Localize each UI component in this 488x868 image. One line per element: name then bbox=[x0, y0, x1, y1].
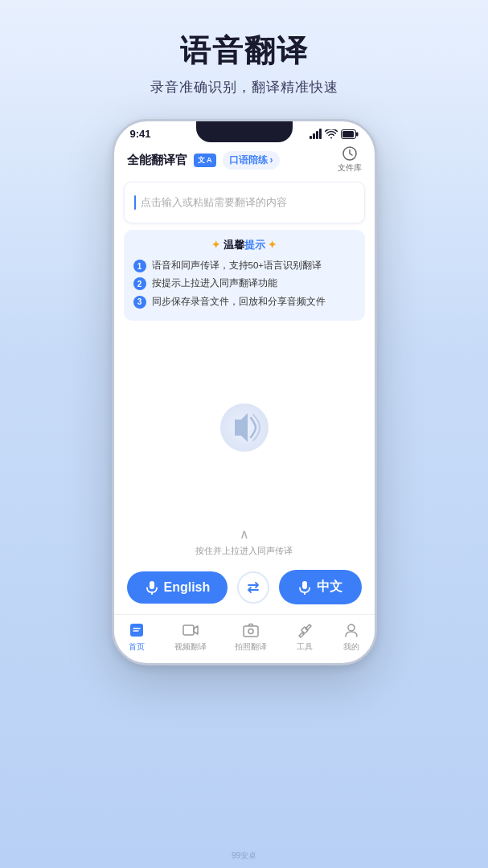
text-input-area[interactable]: 点击输入或粘贴需要翻译的内容 bbox=[124, 182, 365, 223]
camera-icon bbox=[242, 621, 260, 639]
star-right: ✦ bbox=[265, 239, 277, 251]
svg-rect-12 bbox=[244, 626, 258, 637]
tab-profile[interactable]: 我的 bbox=[342, 621, 360, 653]
oral-label: 口语陪练 bbox=[229, 154, 268, 167]
tab-photo[interactable]: 拍照翻译 bbox=[235, 621, 267, 653]
home-icon bbox=[128, 621, 146, 639]
nav-left: 全能翻译官 文 A 口语陪练 › bbox=[127, 151, 280, 170]
slide-hint: ∧ 按住并上拉进入同声传译 bbox=[114, 526, 375, 563]
svg-rect-10 bbox=[130, 624, 143, 637]
swap-icon bbox=[245, 579, 261, 596]
wifi-icon bbox=[325, 129, 338, 139]
lang1-button[interactable]: English bbox=[127, 571, 228, 604]
profile-icon bbox=[342, 621, 360, 639]
tab-video[interactable]: 视频翻译 bbox=[174, 621, 207, 653]
clock-icon bbox=[342, 146, 357, 161]
mic-center-area bbox=[114, 329, 375, 526]
badge-text: 文 A bbox=[198, 155, 212, 166]
video-icon bbox=[182, 621, 199, 639]
svg-rect-1 bbox=[342, 131, 354, 137]
svg-point-15 bbox=[348, 624, 355, 631]
swap-languages-button[interactable] bbox=[237, 571, 269, 604]
tips-text-3: 同步保存录音文件，回放和分享音频文件 bbox=[152, 295, 326, 309]
page-title: 语音翻译 bbox=[16, 31, 472, 72]
mic-icon-btn2 bbox=[297, 580, 312, 595]
bottom-tab-bar: 首页 视频翻译 bbox=[114, 614, 375, 661]
lang2-label: 中文 bbox=[317, 579, 342, 596]
svg-rect-8 bbox=[302, 581, 307, 589]
chevron-right-icon: › bbox=[270, 154, 273, 166]
svg-rect-11 bbox=[183, 625, 194, 635]
lang1-label: English bbox=[164, 580, 211, 595]
svg-point-13 bbox=[248, 629, 253, 634]
status-icons bbox=[310, 129, 359, 139]
slide-hint-text: 按住并上拉进入同声传译 bbox=[195, 545, 293, 557]
phone-mockup: 9:41 bbox=[112, 119, 377, 665]
battery-icon bbox=[341, 129, 359, 139]
svg-rect-6 bbox=[150, 581, 154, 589]
tab-tools-label: 工具 bbox=[297, 641, 313, 653]
translate-badge: 文 A bbox=[194, 154, 216, 167]
tips-title-highlight: 提示 bbox=[244, 239, 265, 251]
tab-video-label: 视频翻译 bbox=[174, 641, 207, 653]
tools-icon bbox=[296, 621, 314, 639]
page-subtitle: 录音准确识别，翻译精准快速 bbox=[16, 78, 472, 96]
status-time: 9:41 bbox=[130, 128, 151, 140]
tab-home[interactable]: 首页 bbox=[128, 621, 146, 653]
lang2-button[interactable]: 中文 bbox=[279, 570, 361, 604]
oral-practice-tab[interactable]: 口语陪练 › bbox=[223, 151, 280, 170]
tips-title: ✦ 温馨提示 ✦ bbox=[133, 238, 355, 252]
app-name: 全能翻译官 bbox=[127, 153, 187, 168]
input-placeholder: 点击输入或粘贴需要翻译的内容 bbox=[141, 195, 287, 210]
tab-profile-label: 我的 bbox=[343, 641, 359, 653]
speaker-icon bbox=[219, 402, 270, 453]
tab-home-label: 首页 bbox=[129, 641, 145, 653]
cursor bbox=[134, 195, 136, 210]
tips-num-3: 3 bbox=[133, 296, 146, 309]
tips-box: ✦ 温馨提示 ✦ 1 语音和同声传译，支持50+语言识别翻译 2 按提示上拉进入… bbox=[124, 230, 365, 321]
tab-tools[interactable]: 工具 bbox=[296, 621, 314, 653]
tips-text-1: 语音和同声传译，支持50+语言识别翻译 bbox=[152, 259, 322, 272]
chevron-up-icon: ∧ bbox=[240, 526, 249, 542]
star-left: ✦ bbox=[211, 239, 223, 251]
watermark: 99安卓 bbox=[232, 850, 256, 862]
tips-text-2: 按提示上拉进入同声翻译功能 bbox=[152, 276, 277, 290]
tips-item-1: 1 语音和同声传译，支持50+语言识别翻译 bbox=[133, 259, 355, 272]
signal-icon bbox=[310, 129, 322, 139]
file-library-label: 文件库 bbox=[338, 162, 362, 174]
top-nav: 全能翻译官 文 A 口语陪练 › 文件库 bbox=[114, 141, 375, 178]
side-button bbox=[375, 234, 377, 278]
tips-title-main: 温馨 bbox=[223, 239, 244, 251]
tips-num-2: 2 bbox=[133, 277, 146, 290]
app-content: 全能翻译官 文 A 口语陪练 › 文件库 bbox=[114, 141, 375, 661]
language-buttons: English 中文 bbox=[114, 563, 375, 614]
tips-item-2: 2 按提示上拉进入同声翻译功能 bbox=[133, 276, 355, 290]
tips-item-3: 3 同步保存录音文件，回放和分享音频文件 bbox=[133, 295, 355, 309]
mic-icon-btn1 bbox=[145, 580, 159, 595]
svg-rect-2 bbox=[356, 132, 359, 136]
phone-notch bbox=[196, 121, 293, 142]
tips-num-1: 1 bbox=[133, 260, 146, 272]
file-library-btn[interactable]: 文件库 bbox=[338, 146, 362, 174]
tab-photo-label: 拍照翻译 bbox=[235, 641, 267, 653]
